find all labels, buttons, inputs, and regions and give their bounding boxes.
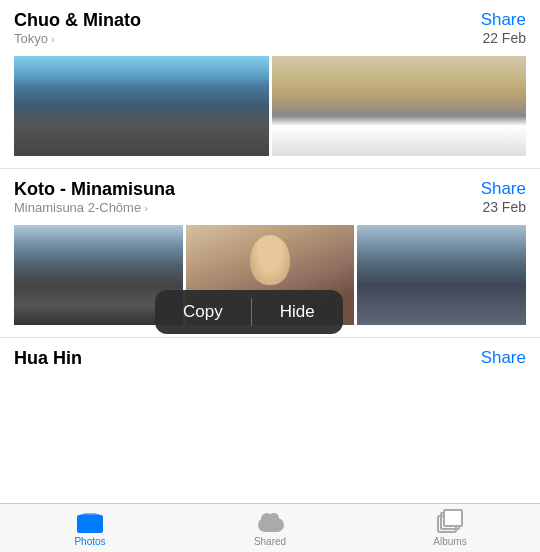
share-button-hua[interactable]: Share: [481, 348, 526, 368]
photos-row-chuo: [14, 56, 526, 156]
section-koto-title: Koto - Minamisuna: [14, 179, 175, 200]
photos-icon: [77, 511, 103, 533]
cloud-icon: [256, 512, 284, 532]
section-chuo-date: 22 Feb: [482, 30, 526, 46]
albums-icon: [437, 511, 463, 533]
content-area: Chuo & Minato Tokyo › Share 22 Feb Koto …: [0, 0, 540, 504]
albums-tab-icon: [436, 510, 464, 534]
section-koto-right: Share 23 Feb: [481, 179, 526, 215]
section-koto-subtitle[interactable]: Minamisuna 2-Chōme ›: [14, 200, 175, 215]
section-koto-date: 23 Feb: [482, 199, 526, 215]
context-menu-copy[interactable]: Copy: [155, 290, 251, 334]
section-chuo-right: Share 22 Feb: [481, 10, 526, 46]
albums-layer3: [443, 509, 463, 527]
photos-tab-icon: [76, 510, 104, 534]
section-koto-title-group: Koto - Minamisuna Minamisuna 2-Chōme ›: [14, 179, 175, 223]
photo-chuo-2[interactable]: [272, 56, 527, 156]
tab-photos[interactable]: Photos: [0, 510, 180, 547]
chevron-icon-koto: ›: [144, 202, 148, 214]
share-button-chuo[interactable]: Share: [481, 10, 526, 30]
context-menu-hide[interactable]: Hide: [252, 290, 343, 334]
tab-bar: Photos Shared Albums: [0, 503, 540, 552]
photos-icon-layer1: [77, 515, 103, 533]
section-chuo-title: Chuo & Minato: [14, 10, 141, 31]
context-menu: Copy Hide: [155, 290, 343, 334]
section-hua-header: Hua Hin Share: [14, 348, 526, 369]
photo-chuo-1[interactable]: [14, 56, 269, 156]
section-hua: Hua Hin Share: [0, 338, 540, 369]
share-button-koto[interactable]: Share: [481, 179, 526, 199]
section-chuo-header: Chuo & Minato Tokyo › Share 22 Feb: [14, 10, 526, 54]
shared-tab-icon: [256, 510, 284, 534]
section-koto-header: Koto - Minamisuna Minamisuna 2-Chōme › S…: [14, 179, 526, 223]
tab-photos-label: Photos: [74, 536, 105, 547]
tab-albums[interactable]: Albums: [360, 510, 540, 547]
tab-shared[interactable]: Shared: [180, 510, 360, 547]
section-chuo-subtitle[interactable]: Tokyo ›: [14, 31, 141, 46]
section-chuo-title-group: Chuo & Minato Tokyo ›: [14, 10, 141, 54]
cloud-body: [258, 518, 284, 532]
section-hua-title: Hua Hin: [14, 348, 82, 369]
tab-shared-label: Shared: [254, 536, 286, 547]
section-chuo: Chuo & Minato Tokyo › Share 22 Feb: [0, 0, 540, 156]
chevron-icon: ›: [51, 33, 55, 45]
photo-koto-3[interactable]: [357, 225, 526, 325]
tab-albums-label: Albums: [433, 536, 466, 547]
